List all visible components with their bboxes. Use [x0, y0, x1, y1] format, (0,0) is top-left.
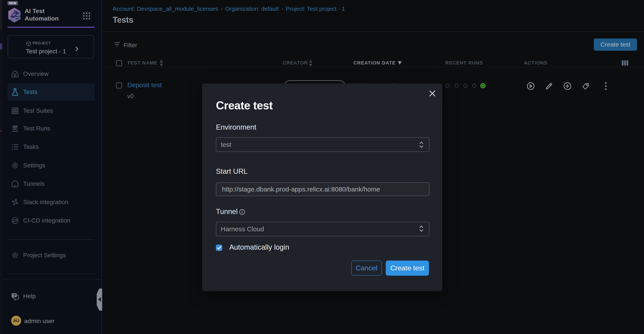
svg-text:?: ? [14, 293, 16, 297]
